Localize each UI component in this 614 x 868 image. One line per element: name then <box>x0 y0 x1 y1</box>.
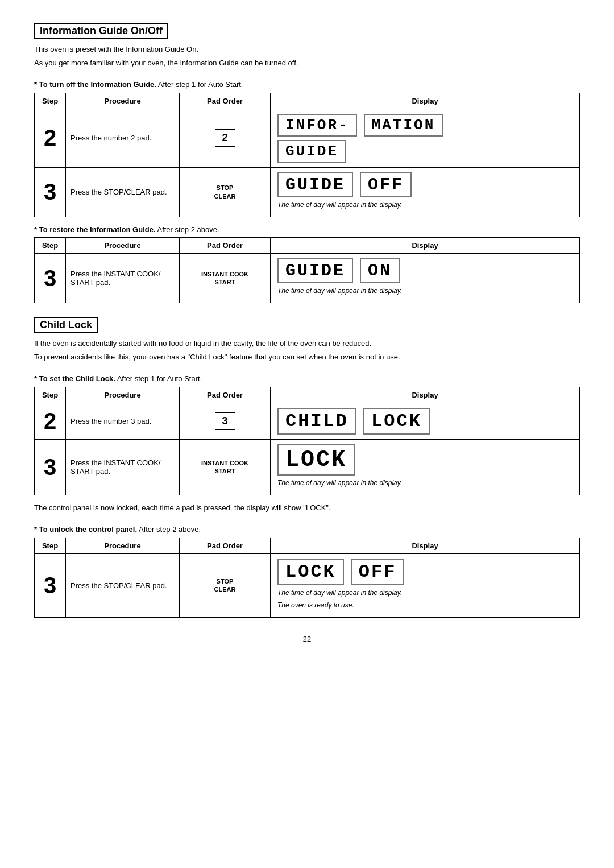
info-guide-intro2: As you get more familiar with your oven,… <box>34 57 580 69</box>
col-header-display: Display <box>271 538 580 553</box>
pad-order-cell: INSTANT COOKSTART <box>180 439 271 495</box>
info-guide-restore-note: * To restore the Information Guide. Afte… <box>34 224 580 235</box>
table-row: 2 Press the number 2 pad. 2 INFOR- MATIO… <box>35 109 580 167</box>
info-guide-title: Information Guide On/Off <box>34 23 168 39</box>
table-row: 3 Press the INSTANT COOK/ START pad. INS… <box>35 439 580 495</box>
col-header-padorder: Pad Order <box>180 538 271 553</box>
table-row: 3 Press the STOP/CLEAR pad. STOPCLEAR LO… <box>35 553 580 617</box>
step-number: 3 <box>35 254 66 303</box>
child-lock-intro2: To prevent accidents like this, your ove… <box>34 352 580 363</box>
procedure-text: Press the number 3 pad. <box>66 403 180 439</box>
col-header-step: Step <box>35 538 66 553</box>
child-lock-panel-note: The control panel is now locked, each ti… <box>34 502 580 514</box>
col-header-procedure: Procedure <box>66 538 180 553</box>
child-lock-set-table: Step Procedure Pad Order Display 2 Press… <box>34 387 580 495</box>
child-lock-unlock-table: Step Procedure Pad Order Display 3 Press… <box>34 538 580 618</box>
lcd-guide-restore-left: GUIDE <box>277 258 353 283</box>
procedure-text: Press the STOP/CLEAR pad. <box>66 167 180 217</box>
display-cell: LOCK The time of day will appear in the … <box>271 439 580 495</box>
col-header-display: Display <box>271 238 580 254</box>
display-note-2: The time of day will appear in the displ… <box>277 286 572 296</box>
pad-order-cell: STOPCLEAR <box>180 167 271 217</box>
col-header-step: Step <box>35 238 66 254</box>
step-number: 3 <box>35 439 66 495</box>
info-guide-restore-table: Step Procedure Pad Order Display 3 Press… <box>34 237 580 303</box>
pad-order-cell: STOPCLEAR <box>180 553 271 617</box>
display-note-5: The oven is ready to use. <box>277 600 572 610</box>
lcd-mation: MATION <box>364 114 443 137</box>
display-cell: INFOR- MATION GUIDE <box>271 109 580 167</box>
pad-label-instant-cook-start-2: INSTANT COOKSTART <box>184 459 265 476</box>
step-number: 2 <box>35 109 66 167</box>
col-header-step: Step <box>35 93 66 109</box>
col-header-padorder: Pad Order <box>180 238 271 254</box>
pad-box-2: 2 <box>215 129 235 147</box>
child-lock-title: Child Lock <box>34 317 98 333</box>
display-cell: GUIDE OFF The time of day will appear in… <box>271 167 580 217</box>
procedure-text: Press the INSTANT COOK/ START pad. <box>66 254 180 303</box>
col-header-display: Display <box>271 93 580 109</box>
info-guide-turnoff-table: Step Procedure Pad Order Display 2 Press… <box>34 93 580 217</box>
pad-order-cell: 3 <box>180 403 271 439</box>
col-header-padorder: Pad Order <box>180 387 271 403</box>
lcd-on-right: ON <box>360 258 400 283</box>
lcd-lock-1: LOCK <box>363 408 430 435</box>
display-note-3: The time of day will appear in the displ… <box>277 478 572 488</box>
table-row: 2 Press the number 3 pad. 3 CHILD LOCK <box>35 403 580 439</box>
col-header-display: Display <box>271 387 580 403</box>
table-row: 3 Press the INSTANT COOK/ START pad. INS… <box>35 254 580 303</box>
pad-label-stop-clear: STOPCLEAR <box>184 184 265 200</box>
pad-box-3: 3 <box>215 412 235 430</box>
child-lock-intro1: If the oven is accidentally started with… <box>34 338 580 349</box>
child-lock-unlock-note: * To unlock the control panel. After ste… <box>34 524 580 535</box>
lcd-guide-off-left: GUIDE <box>277 172 353 197</box>
pad-order-cell: INSTANT COOKSTART <box>180 254 271 303</box>
step-number: 2 <box>35 403 66 439</box>
lcd-lock-2: LOCK <box>277 444 355 476</box>
lcd-child: CHILD <box>277 408 356 435</box>
display-note-1: The time of day will appear in the displ… <box>277 200 572 210</box>
lcd-off-right: OFF <box>360 172 412 197</box>
lcd-infor: INFOR- <box>277 114 357 137</box>
procedure-text: Press the number 2 pad. <box>66 109 180 167</box>
lcd-off-unlock: OFF <box>351 559 405 585</box>
col-header-procedure: Procedure <box>66 93 180 109</box>
procedure-text: Press the INSTANT COOK/ START pad. <box>66 439 180 495</box>
procedure-text: Press the STOP/CLEAR pad. <box>66 553 180 617</box>
page-number: 22 <box>34 635 580 643</box>
child-lock-set-note: * To set the Child Lock. After step 1 fo… <box>34 373 580 385</box>
lcd-lock-off-left: LOCK <box>277 559 344 585</box>
info-guide-intro1: This oven is preset with the Information… <box>34 44 580 55</box>
pad-label-stop-clear-2: STOPCLEAR <box>184 577 265 594</box>
display-cell: CHILD LOCK <box>271 403 580 439</box>
col-header-step: Step <box>35 387 66 403</box>
step-number: 3 <box>35 553 66 617</box>
table-row: 3 Press the STOP/CLEAR pad. STOPCLEAR GU… <box>35 167 580 217</box>
display-cell: GUIDE ON The time of day will appear in … <box>271 254 580 303</box>
col-header-procedure: Procedure <box>66 387 180 403</box>
display-note-4: The time of day will appear in the displ… <box>277 588 572 598</box>
pad-order-cell: 2 <box>180 109 271 167</box>
lcd-guide-on: GUIDE <box>277 140 346 163</box>
step-number: 3 <box>35 167 66 217</box>
col-header-procedure: Procedure <box>66 238 180 254</box>
pad-label-instant-cook-start: INSTANT COOKSTART <box>184 270 265 287</box>
display-cell: LOCK OFF The time of day will appear in … <box>271 553 580 617</box>
info-guide-turnoff-note: * To turn off the Information Guide. Aft… <box>34 79 580 90</box>
col-header-padorder: Pad Order <box>180 93 271 109</box>
